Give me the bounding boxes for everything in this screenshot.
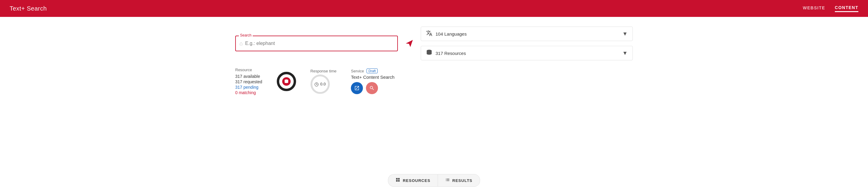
- search-input[interactable]: [245, 41, 394, 46]
- resources-dropdown-arrow: ▼: [622, 50, 628, 56]
- tab-results-label: RESULTS: [453, 178, 472, 183]
- languages-label: 104 Languages: [435, 31, 467, 36]
- grid-icon: [396, 177, 400, 184]
- response-value: 0.0: [314, 82, 326, 87]
- stats-matching: 0 matching: [235, 90, 262, 95]
- resource-stats: Resource 317 available 317 requested 317…: [235, 67, 262, 95]
- svg-line-4: [316, 84, 317, 85]
- service-label: Service: [351, 69, 364, 73]
- search-action-button[interactable]: [366, 82, 378, 94]
- resources-dropdown[interactable]: 317 Resources ▼: [421, 46, 633, 60]
- response-gauge: 0.0: [311, 75, 330, 94]
- main-content: Search ⌂ 104 Languages ▼: [0, 17, 868, 194]
- app-title: Text+ Search: [10, 5, 47, 12]
- search-label: Search: [239, 33, 253, 37]
- send-button[interactable]: [405, 39, 413, 48]
- tab-resources-label: RESOURCES: [403, 178, 430, 183]
- bottom-tabs: RESOURCES RESULTS: [0, 164, 868, 194]
- search-box: Search ⌂: [235, 36, 398, 51]
- service-label-row: Service Draft: [351, 68, 395, 73]
- tab-results[interactable]: RESULTS: [438, 174, 480, 187]
- list-icon: [445, 177, 450, 184]
- draft-badge: Draft: [367, 68, 378, 73]
- database-icon: [426, 49, 433, 57]
- stats-available: 317 available: [235, 74, 262, 79]
- translate-icon: [426, 30, 433, 38]
- languages-dropdown[interactable]: 104 Languages ▼: [421, 27, 633, 41]
- home-icon: ⌂: [240, 40, 243, 47]
- external-link-button[interactable]: [351, 82, 363, 94]
- response-label: Response time: [311, 69, 337, 73]
- search-input-row: ⌂: [240, 36, 394, 51]
- service-section: Service Draft Text+ Content Search: [351, 68, 395, 94]
- nav-content[interactable]: CONTENT: [835, 5, 858, 12]
- stats-requested: 317 requested: [235, 79, 262, 84]
- response-section: Response time 0.0: [311, 69, 337, 94]
- header: Text+ Search WEBSITE CONTENT: [0, 0, 868, 17]
- resources-label: 317 Resources: [435, 51, 466, 56]
- tab-resources[interactable]: RESOURCES: [388, 174, 437, 187]
- resource-donut-chart: [277, 72, 296, 91]
- stats-section: Resource 317 available 317 requested 317…: [223, 60, 645, 95]
- resource-label: Resource: [235, 67, 262, 72]
- dropdowns-section: 104 Languages ▼ 317 Resources ▼: [421, 27, 633, 60]
- service-actions: [351, 82, 395, 94]
- header-nav: WEBSITE CONTENT: [803, 5, 858, 12]
- stats-pending[interactable]: 317 pending: [235, 85, 262, 90]
- search-section: Search ⌂ 104 Languages ▼: [223, 27, 645, 60]
- nav-website[interactable]: WEBSITE: [803, 5, 825, 11]
- service-name: Text+ Content Search: [351, 75, 395, 80]
- languages-dropdown-arrow: ▼: [622, 31, 628, 37]
- donut-inner: [282, 77, 291, 86]
